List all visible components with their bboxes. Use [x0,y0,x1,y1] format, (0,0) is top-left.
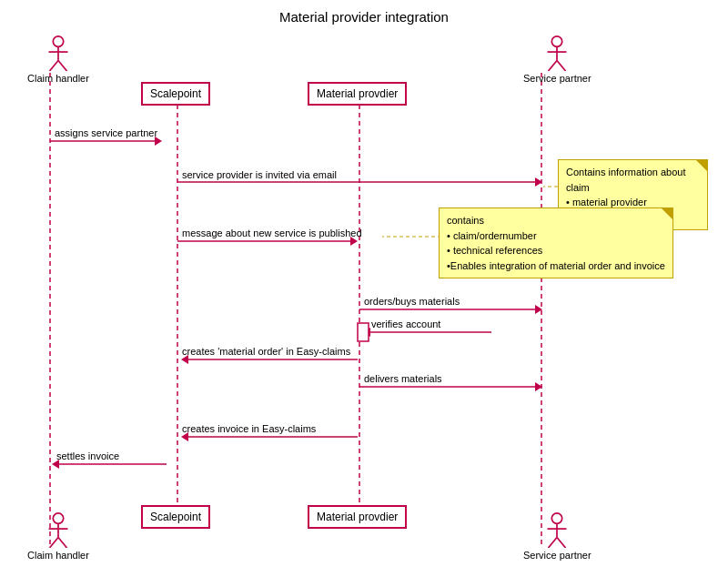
svg-line-38 [49,538,58,548]
msg-service-provider-invited: service provider is invited via email [182,169,337,180]
lifeline-box-material-top: Material provdier [308,82,407,106]
svg-line-29 [58,61,67,71]
svg-marker-7 [535,177,542,187]
svg-rect-14 [358,323,369,341]
svg-line-28 [49,61,58,71]
lifeline-box-material-bottom: Material provdier [308,505,407,529]
msg-message-about-new-service: message about new service is published [182,228,362,238]
svg-point-35 [53,513,63,523]
msg-creates-material-order: creates 'material order' in Easy-claims [182,346,350,357]
svg-line-39 [58,538,67,548]
actor-claim-handler-top: Claim handler [27,35,89,84]
svg-line-34 [557,61,566,71]
svg-line-44 [557,538,566,548]
svg-point-25 [53,36,63,46]
actor-service-partner-bottom-label: Service partner [523,550,592,561]
msg-settles-invoice: settles invoice [56,450,119,461]
msg-assigns-service-partner: assigns service partner [55,127,157,138]
lifeline-box-scalepoint-bottom: Scalepoint [141,505,210,529]
svg-line-33 [549,61,558,71]
msg-orders-buys: orders/buys materials [364,296,460,307]
svg-point-40 [552,513,562,523]
svg-line-43 [549,538,558,548]
msg-verifies-account: verifies account [371,319,440,329]
msg-creates-invoice: creates invoice in Easy-claims [182,423,316,434]
svg-point-30 [552,36,562,46]
diagram: Material provider integration [0,0,728,587]
msg-delivers-materials: delivers materials [364,373,442,384]
actor-service-partner-top-label: Service partner [523,73,592,84]
actor-claim-handler-top-label: Claim handler [27,73,89,84]
actor-claim-handler-bottom: Claim handler [27,511,89,561]
note-contains-info: contains • claim/ordernumber • technical… [439,207,673,278]
actor-service-partner-top: Service partner [523,35,592,84]
lifeline-box-scalepoint-top: Scalepoint [141,82,210,106]
actor-claim-handler-bottom-label: Claim handler [27,550,89,561]
actor-service-partner-bottom: Service partner [523,511,592,561]
svg-marker-18 [535,382,542,391]
